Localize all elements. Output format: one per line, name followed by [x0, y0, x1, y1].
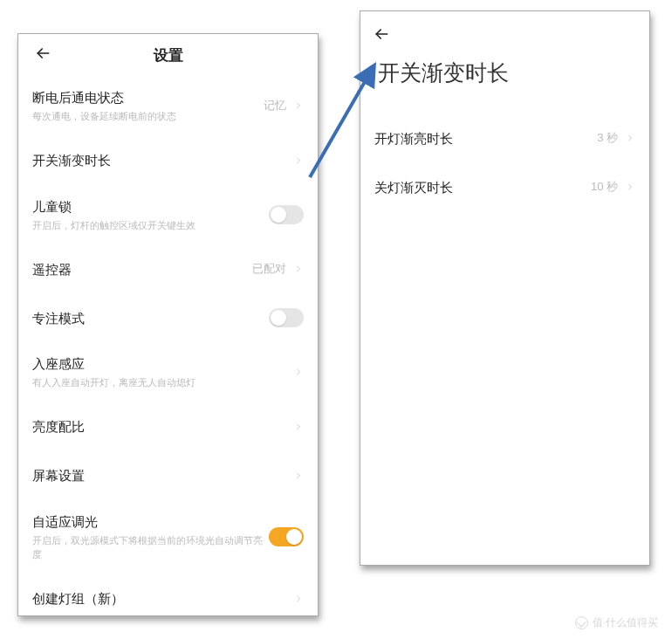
chevron-right-icon: [293, 594, 304, 604]
watermark-logo-icon: [575, 616, 588, 629]
page-title: 设置: [154, 45, 183, 65]
row-main: 自适应调光开启后，双光源模式下将根据当前的环境光自动调节亮度: [32, 512, 269, 562]
toggle-knob: [286, 529, 302, 545]
row-title: 开关渐变时长: [32, 151, 293, 169]
row-main: 亮度配比: [32, 417, 293, 436]
chevron-right-icon: [293, 100, 304, 111]
chevron-right-icon: [625, 182, 635, 192]
row-title: 开灯渐亮时长: [374, 129, 597, 148]
row-subtitle: 开启后，灯杆的触控区域仅开关键生效: [32, 218, 269, 233]
toggle-switch[interactable]: [269, 205, 304, 224]
row-title: 专注模式: [32, 309, 269, 327]
row-title: 自适应调光: [32, 512, 269, 531]
row-main: 开灯渐亮时长: [374, 129, 597, 148]
duration-row[interactable]: 关灯渐灭时长10 秒: [374, 162, 635, 211]
settings-row[interactable]: 开关渐变时长: [32, 136, 304, 185]
header: 设置: [18, 34, 318, 76]
row-title: 屏幕设置: [32, 466, 293, 484]
row-value: 记忆: [264, 98, 286, 113]
settings-list: 断电后通电状态每次通电，设备延续断电前的状态记忆开关渐变时长儿童锁开启后，灯杆的…: [18, 76, 318, 623]
row-value: 3 秒: [597, 130, 618, 146]
settings-row[interactable]: 自适应调光开启后，双光源模式下将根据当前的环境光自动调节亮度: [32, 500, 304, 574]
back-arrow-icon: [373, 25, 390, 43]
chevron-right-icon: [293, 155, 304, 166]
row-main: 开关渐变时长: [32, 151, 293, 169]
chevron-right-icon: [293, 422, 304, 432]
row-main: 关灯渐灭时长: [374, 178, 591, 196]
settings-row[interactable]: 创建灯组（新）: [32, 574, 304, 623]
page-title: 开关渐变时长: [360, 50, 649, 113]
settings-row[interactable]: 亮度配比: [32, 402, 304, 451]
row-main: 创建灯组（新）: [32, 589, 293, 608]
gradient-duration-panel: 开关渐变时长 开灯渐亮时长3 秒关灯渐灭时长10 秒: [360, 10, 650, 566]
settings-row[interactable]: 屏幕设置: [32, 451, 304, 500]
chevron-right-icon: [625, 133, 635, 143]
toggle-switch[interactable]: [269, 308, 304, 327]
row-main: 遥控器: [32, 260, 252, 278]
settings-row[interactable]: 遥控器已配对: [32, 244, 304, 293]
settings-row[interactable]: 儿童锁开启后，灯杆的触控区域仅开关键生效: [32, 185, 304, 245]
row-title: 儿童锁: [32, 197, 269, 216]
row-title: 遥控器: [32, 260, 252, 278]
row-title: 创建灯组（新）: [32, 589, 293, 608]
row-main: 专注模式: [32, 309, 269, 327]
chevron-right-icon: [293, 471, 304, 481]
chevron-right-icon: [293, 264, 304, 274]
watermark-text: 值·什么值得买: [593, 615, 658, 630]
toggle-knob: [271, 207, 286, 223]
settings-row[interactable]: 入座感应有人入座自动开灯，离座无人自动熄灯: [32, 342, 304, 402]
row-main: 入座感应有人入座自动开灯，离座无人自动熄灯: [32, 354, 293, 390]
row-subtitle: 有人入座自动开灯，离座无人自动熄灯: [32, 375, 293, 390]
row-value: 已配对: [252, 261, 286, 277]
row-main: 断电后通电状态每次通电，设备延续断电前的状态: [32, 88, 264, 124]
row-subtitle: 每次通电，设备延续断电前的状态: [32, 109, 264, 124]
row-title: 断电后通电状态: [32, 88, 264, 106]
back-button[interactable]: [360, 11, 649, 50]
settings-panel: 设置 断电后通电状态每次通电，设备延续断电前的状态记忆开关渐变时长儿童锁开启后，…: [17, 33, 319, 616]
settings-row[interactable]: 专注模式: [32, 293, 304, 342]
row-value: 10 秒: [591, 179, 618, 195]
row-title: 关灯渐灭时长: [374, 178, 591, 196]
toggle-switch[interactable]: [269, 527, 304, 546]
watermark: 值·什么值得买: [575, 615, 658, 630]
back-button[interactable]: [31, 41, 55, 69]
chevron-right-icon: [293, 367, 304, 377]
row-main: 儿童锁开启后，灯杆的触控区域仅开关键生效: [32, 197, 269, 233]
duration-row[interactable]: 开灯渐亮时长3 秒: [374, 113, 635, 162]
row-title: 入座感应: [32, 354, 293, 373]
row-title: 亮度配比: [32, 417, 293, 436]
row-subtitle: 开启后，双光源模式下将根据当前的环境光自动调节亮度: [32, 533, 269, 562]
row-main: 屏幕设置: [32, 466, 293, 484]
duration-list: 开灯渐亮时长3 秒关灯渐灭时长10 秒: [360, 113, 649, 211]
toggle-knob: [271, 310, 286, 326]
back-arrow-icon: [34, 45, 51, 62]
settings-row[interactable]: 断电后通电状态每次通电，设备延续断电前的状态记忆: [32, 76, 304, 136]
